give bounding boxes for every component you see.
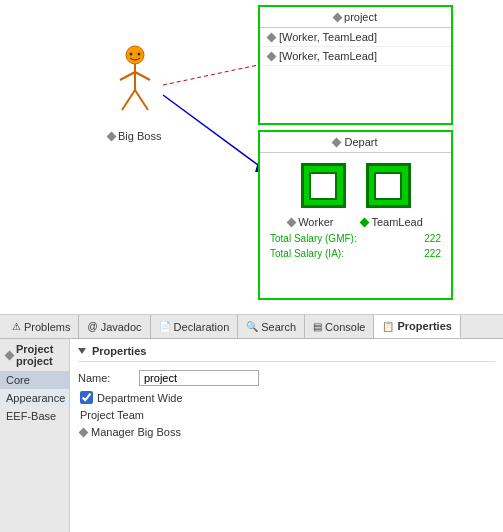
search-icon: 🔍 (246, 321, 258, 332)
worker-icon-inner (309, 172, 337, 200)
sidebar-core-label: Core (6, 374, 30, 386)
project-team-section: Project Team (78, 409, 495, 421)
tab-properties-label: Properties (397, 320, 451, 332)
svg-line-7 (120, 72, 135, 80)
teamlead-diamond-icon (360, 217, 370, 227)
left-sidebar: Project project Core Appearance EEF-Base (0, 339, 70, 532)
teamlead-label: TeamLead (361, 216, 422, 228)
worker-label-text: Worker (298, 216, 333, 228)
collapse-triangle-icon (78, 348, 86, 354)
salary1-label: Total Salary (GMF): (270, 233, 357, 244)
sidebar-item-eefbase[interactable]: EEF-Base (0, 407, 69, 425)
worker-icon (301, 163, 346, 208)
worker-diamond-icon (287, 217, 297, 227)
svg-line-1 (163, 95, 258, 165)
salary-row-2: Total Salary (IA): 222 (260, 246, 451, 261)
main-properties-area: Properties Name: Department Wide Project… (70, 339, 503, 532)
svg-line-10 (135, 90, 148, 110)
salary1-value: 222 (424, 233, 441, 244)
tab-javadoc[interactable]: @ Javadoc (79, 315, 150, 338)
big-boss-text: Big Boss (118, 130, 161, 142)
tab-search[interactable]: 🔍 Search (238, 315, 305, 338)
salary2-value: 222 (424, 248, 441, 259)
person-figure (110, 45, 160, 122)
sidebar-diamond-icon (5, 350, 15, 360)
sidebar-item-core[interactable]: Core (0, 371, 69, 389)
worker-label: Worker (288, 216, 333, 228)
tab-declaration-label: Declaration (174, 321, 230, 333)
sidebar-appearance-label: Appearance (6, 392, 65, 404)
properties-section-title: Properties (92, 345, 146, 357)
salary-row-1: Total Salary (GMF): 222 (260, 231, 451, 246)
row2-diamond-icon (267, 51, 277, 61)
project-diamond-icon (333, 13, 343, 23)
properties-section-header: Properties (78, 345, 495, 362)
department-wide-checkbox[interactable] (80, 391, 93, 404)
tab-bar: ⚠ Problems @ Javadoc 📄 Declaration 🔍 Sea… (0, 315, 503, 339)
row1-diamond-icon (267, 32, 277, 42)
depart-box: Depart Worker TeamLead Total Salary (GMF… (258, 130, 453, 300)
sidebar-title-text: Project project (16, 343, 63, 367)
teamlead-label-text: TeamLead (371, 216, 422, 228)
tab-search-label: Search (261, 321, 296, 333)
svg-line-8 (135, 72, 150, 80)
javadoc-icon: @ (87, 321, 97, 332)
declaration-icon: 📄 (159, 321, 171, 332)
manager-row: Manager Big Boss (78, 426, 495, 438)
department-wide-label: Department Wide (97, 392, 183, 404)
svg-point-3 (126, 46, 144, 64)
project-row-2-text: [Worker, TeamLead] (279, 50, 377, 62)
depart-icons-row (260, 153, 451, 213)
sidebar-project-title: Project project (0, 339, 69, 371)
manager-label: Manager Big Boss (91, 426, 181, 438)
tab-console-label: Console (325, 321, 365, 333)
tab-declaration[interactable]: 📄 Declaration (151, 315, 239, 338)
svg-point-4 (130, 53, 133, 56)
project-row-2: [Worker, TeamLead] (260, 47, 451, 66)
project-box-title: project (260, 7, 451, 28)
properties-panel: Project project Core Appearance EEF-Base… (0, 339, 503, 532)
project-box: project [Worker, TeamLead] [Worker, Team… (258, 5, 453, 125)
svg-line-0 (163, 65, 258, 85)
sidebar-item-appearance[interactable]: Appearance (0, 389, 69, 407)
big-boss-label: Big Boss (108, 130, 161, 142)
teamlead-icon (366, 163, 411, 208)
name-property-row: Name: (78, 370, 495, 386)
bigboss-diamond-icon (107, 131, 117, 141)
name-input[interactable] (139, 370, 259, 386)
diagram-area: project [Worker, TeamLead] [Worker, Team… (0, 0, 503, 315)
teamlead-icon-inner (374, 172, 402, 200)
sidebar-eefbase-label: EEF-Base (6, 410, 56, 422)
department-wide-row: Department Wide (78, 391, 495, 404)
depart-labels-row: Worker TeamLead (260, 213, 451, 231)
tab-console[interactable]: ▤ Console (305, 315, 374, 338)
project-row-1: [Worker, TeamLead] (260, 28, 451, 47)
name-label: Name: (78, 372, 133, 384)
tab-problems-label: Problems (24, 321, 70, 333)
bottom-panel: ⚠ Problems @ Javadoc 📄 Declaration 🔍 Sea… (0, 315, 503, 532)
manager-diamond-icon (79, 427, 89, 437)
person-svg (110, 45, 160, 120)
problems-icon: ⚠ (12, 321, 21, 332)
console-icon: ▤ (313, 321, 322, 332)
project-team-label: Project Team (80, 409, 144, 421)
tab-javadoc-label: Javadoc (101, 321, 142, 333)
project-title-text: project (344, 11, 377, 23)
svg-line-9 (122, 90, 135, 110)
tab-problems[interactable]: ⚠ Problems (4, 315, 79, 338)
salary2-label: Total Salary (IA): (270, 248, 344, 259)
tab-properties[interactable]: 📋 Properties (374, 315, 460, 338)
svg-point-5 (138, 53, 141, 56)
depart-box-title: Depart (260, 132, 451, 153)
project-row-1-text: [Worker, TeamLead] (279, 31, 377, 43)
depart-diamond-icon (332, 137, 342, 147)
depart-title-text: Depart (344, 136, 377, 148)
properties-icon: 📋 (382, 321, 394, 332)
